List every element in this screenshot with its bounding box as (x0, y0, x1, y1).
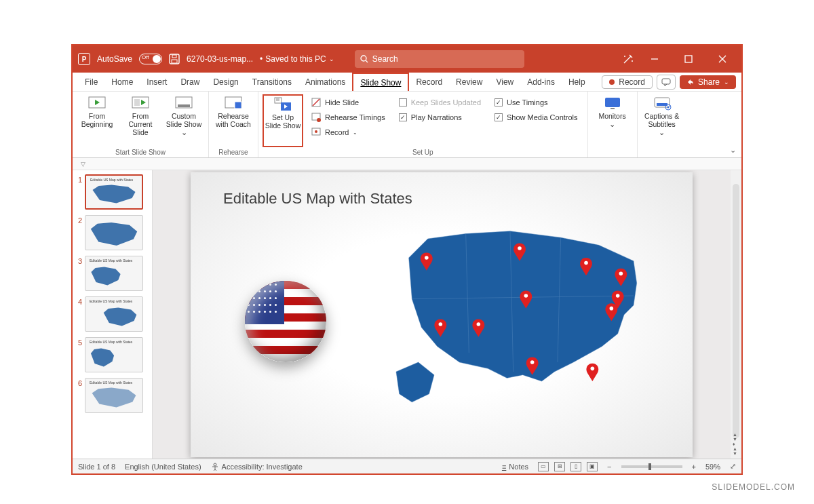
record-dot-icon (609, 79, 615, 85)
quick-access-bar[interactable]: ▽ (73, 158, 741, 170)
accessibility-icon (211, 463, 219, 471)
svg-point-43 (518, 246, 522, 250)
svg-point-31 (315, 130, 317, 133)
rehearse-with-coach-button[interactable]: Rehearse with Coach (213, 94, 254, 147)
thumbnail-4[interactable]: Editable US Map with States (85, 296, 143, 332)
tab-record[interactable]: Record (409, 73, 449, 91)
custom-show-icon (174, 96, 193, 111)
thumbnail-1[interactable]: Editable US Map with States (85, 174, 143, 210)
thumbnail-6[interactable]: Editable US Map with States (85, 378, 143, 413)
tab-view[interactable]: View (489, 73, 520, 91)
title-bar: P AutoSave Off 6270-03-us-map... • Saved… (73, 45, 741, 73)
use-timings-checkbox[interactable]: Use Timings (495, 96, 578, 109)
svg-rect-33 (610, 108, 615, 109)
zoom-in-button[interactable]: + (692, 463, 696, 471)
show-media-controls-checkbox[interactable]: Show Media Controls (495, 111, 578, 124)
svg-marker-16 (141, 100, 146, 105)
workspace: 1Editable US Map with States 2 3Editable… (73, 170, 741, 459)
comments-button[interactable] (657, 75, 676, 90)
zoom-slider[interactable] (621, 465, 682, 468)
thumbnail-pane[interactable]: 1Editable US Map with States 2 3Editable… (73, 170, 153, 459)
search-placeholder: Search (372, 54, 398, 64)
normal-view-button[interactable]: ▭ (538, 462, 549, 471)
share-button[interactable]: Share⌄ (680, 75, 736, 89)
svg-line-4 (366, 60, 368, 62)
sorter-view-button[interactable]: ⊞ (554, 462, 565, 471)
powerpoint-window: P AutoSave Off 6270-03-us-map... • Saved… (71, 44, 743, 475)
set-up-slide-show-button[interactable]: Set Up Slide Show (263, 94, 303, 147)
monitor-icon (603, 96, 622, 111)
record-button[interactable]: Record (602, 75, 653, 89)
app-icon: P (78, 53, 90, 65)
rehearse-timings-button[interactable]: Rehearse Timings (311, 111, 385, 124)
notes-button[interactable]: ≡Notes (502, 463, 528, 471)
slideshow-view-button[interactable]: ▣ (587, 462, 598, 471)
slide-canvas[interactable]: Editable US Map with States (191, 172, 693, 457)
from-beginning-button[interactable]: From Beginning (77, 94, 117, 147)
svg-point-37 (667, 106, 669, 109)
ribbon-group-start: From Beginning From Current Slide Custom… (73, 92, 209, 157)
tab-design[interactable]: Design (206, 73, 245, 91)
hide-slide-icon (311, 98, 321, 107)
from-current-slide-button[interactable]: From Current Slide (120, 94, 161, 147)
slide-editor[interactable]: Editable US Map with States (153, 170, 731, 459)
setup-slideshow-icon (273, 97, 292, 112)
monitors-button[interactable]: Monitors⌄ (592, 94, 633, 155)
svg-rect-11 (662, 79, 670, 84)
hide-slide-button[interactable]: Hide Slide (311, 96, 385, 109)
maximize-button[interactable] (675, 45, 702, 73)
svg-point-53 (214, 463, 216, 466)
custom-slide-show-button[interactable]: Custom Slide Show ⌄ (163, 94, 204, 147)
autosave-label: AutoSave (97, 54, 132, 64)
svg-point-48 (439, 322, 443, 326)
thumbnail-5[interactable]: Editable US Map with States (85, 337, 143, 372)
language-status[interactable]: English (United States) (125, 463, 201, 471)
minimize-button[interactable] (641, 45, 668, 73)
autosave-toggle[interactable]: Off (139, 54, 162, 64)
status-bar: Slide 1 of 8 English (United States) Acc… (73, 459, 741, 473)
ribbon-group-monitors: Monitors⌄ (588, 92, 638, 157)
search-input[interactable]: Search (355, 50, 524, 68)
tab-file[interactable]: File (78, 73, 104, 91)
record-dropdown-button[interactable]: Record ⌄ (311, 125, 385, 139)
tab-slide-show[interactable]: Slide Show (352, 73, 409, 91)
tab-add-ins[interactable]: Add-ins (520, 73, 562, 91)
ribbon-group-setup: Set Up Slide Show Hide Slide Rehearse Ti… (258, 92, 588, 157)
tab-animations[interactable]: Animations (298, 73, 352, 91)
thumbnail-3[interactable]: Editable US Map with States (85, 256, 143, 291)
saved-status[interactable]: • Saved to this PC ⌄ (260, 54, 334, 64)
thumbnail-2[interactable] (85, 215, 143, 250)
vertical-scrollbar[interactable]: ▲▼♦▲▼ (731, 170, 741, 459)
close-button[interactable] (709, 45, 736, 73)
us-map-graphic (374, 220, 665, 410)
fit-to-window-button[interactable]: ⤢ (730, 462, 736, 471)
svg-point-51 (530, 360, 535, 364)
menu-bar: File Home Insert Draw Design Transitions… (73, 73, 741, 92)
search-icon (360, 55, 368, 63)
ribbon-group-label-rehearse: Rehearse (218, 147, 248, 156)
tab-draw[interactable]: Draw (174, 73, 206, 91)
zoom-out-button[interactable]: − (607, 463, 611, 471)
tab-insert[interactable]: Insert (140, 73, 174, 91)
play-from-current-icon (131, 96, 150, 111)
svg-point-49 (477, 322, 481, 326)
rehearse-timings-icon (311, 113, 321, 122)
tab-review[interactable]: Review (449, 73, 489, 91)
captions-subtitles-button[interactable]: Captions & Subtitles⌄ (642, 94, 682, 155)
tab-home[interactable]: Home (104, 73, 140, 91)
ribbon-group-rehearse: Rehearse with Coach Rehearse (209, 92, 258, 157)
document-filename: 6270-03-us-map... (187, 54, 253, 64)
tab-transitions[interactable]: Transitions (246, 73, 298, 91)
tab-help[interactable]: Help (562, 73, 592, 91)
coming-soon-icon[interactable] (622, 53, 634, 65)
reading-view-button[interactable]: ▯ (570, 462, 581, 471)
zoom-level[interactable]: 59% (705, 463, 720, 471)
svg-point-44 (584, 260, 588, 265)
accessibility-status[interactable]: Accessibility: Investigate (211, 463, 303, 471)
ribbon-collapse-button[interactable]: ⌄ (730, 146, 736, 155)
svg-point-42 (425, 256, 429, 260)
share-icon (686, 78, 694, 85)
save-icon[interactable] (169, 54, 180, 64)
svg-point-45 (619, 271, 623, 275)
play-narrations-checkbox[interactable]: Play Narrations (399, 111, 481, 124)
